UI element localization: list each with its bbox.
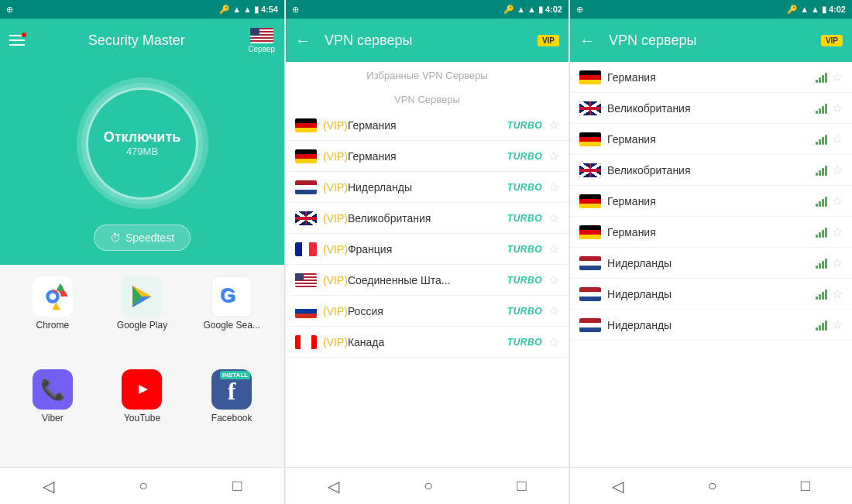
r-country-8: Нидерланды bbox=[607, 288, 816, 300]
r-server-4[interactable]: Великобритания ☆ bbox=[570, 155, 852, 186]
server-item-7[interactable]: (VIP)Россия TURBO ☆ bbox=[286, 296, 569, 327]
r-star-1[interactable]: ☆ bbox=[832, 70, 843, 84]
key-icon-mid: 🔑 bbox=[503, 5, 514, 15]
menu-button[interactable] bbox=[9, 35, 25, 46]
r-signal-4 bbox=[816, 165, 827, 176]
turbo-7: TURBO bbox=[507, 306, 542, 317]
vip-badge-right: VIP bbox=[821, 35, 843, 46]
star-3[interactable]: ☆ bbox=[548, 180, 559, 194]
r-server-6[interactable]: Германия ☆ bbox=[570, 217, 852, 248]
vpn-title-right: VPN серверы bbox=[609, 33, 813, 49]
server-item-4[interactable]: (VIP)Великобритания TURBO ☆ bbox=[286, 203, 569, 234]
app-chrome[interactable]: Chrome bbox=[12, 276, 94, 362]
r-flag-nl-1 bbox=[579, 256, 601, 270]
battery-icon-left: ▮ bbox=[254, 5, 259, 15]
home-button-right[interactable]: ○ bbox=[701, 471, 723, 501]
vpn-title-middle: VPN серверы bbox=[325, 33, 530, 49]
r-signal-1 bbox=[816, 72, 827, 83]
star-4[interactable]: ☆ bbox=[548, 211, 559, 225]
server-item-5[interactable]: (VIP)Франция TURBO ☆ bbox=[286, 234, 569, 265]
r-flag-de-4 bbox=[579, 225, 601, 239]
star-6[interactable]: ☆ bbox=[548, 273, 559, 287]
r-star-3[interactable]: ☆ bbox=[832, 132, 843, 146]
star-7[interactable]: ☆ bbox=[548, 303, 559, 318]
r-server-1[interactable]: Германия ☆ bbox=[570, 62, 852, 93]
country-2: (VIP)Германия bbox=[323, 150, 507, 163]
app-viber[interactable]: 📞 Viber bbox=[12, 369, 94, 455]
home-button-middle[interactable]: ○ bbox=[417, 471, 439, 501]
r-signal-7 bbox=[816, 258, 827, 269]
server-item-3[interactable]: (VIP)Нидерланды TURBO ☆ bbox=[286, 172, 569, 203]
r-server-3[interactable]: Германия ☆ bbox=[570, 124, 852, 155]
vpn-circle-inner[interactable]: Отключить 479MB bbox=[86, 87, 198, 200]
status-bar-left: ⊕ 🔑 ▲ ▲ ▮ 4:54 bbox=[0, 0, 284, 19]
r-star-7[interactable]: ☆ bbox=[832, 255, 843, 270]
signal-icon-left: ▲ bbox=[243, 5, 252, 14]
r-server-5[interactable]: Германия ☆ bbox=[570, 186, 852, 217]
speedtest-button[interactable]: ⏱ Speedtest bbox=[94, 225, 191, 251]
r-star-5[interactable]: ☆ bbox=[832, 194, 843, 208]
app-facebook[interactable]: f INSTALL Facebook bbox=[191, 369, 273, 455]
home-button-left[interactable]: ○ bbox=[132, 471, 154, 501]
r-flag-gb-1 bbox=[579, 101, 601, 115]
disconnect-label: Отключить bbox=[104, 129, 181, 146]
r-signal-3 bbox=[816, 134, 827, 145]
country-4: (VIP)Великобритания bbox=[323, 212, 507, 225]
r-star-4[interactable]: ☆ bbox=[832, 163, 843, 177]
server-item-6[interactable]: (VIP)Соединенные Шта... TURBO ☆ bbox=[286, 265, 569, 296]
r-country-9: Нидерланды bbox=[607, 319, 816, 331]
app-google-search[interactable]: G G G Google Sea... bbox=[191, 276, 273, 362]
back-arrow-middle[interactable]: ← bbox=[295, 32, 311, 50]
vpn-header-middle: ← VPN серверы VIP bbox=[286, 19, 569, 62]
r-country-5: Германия bbox=[607, 195, 816, 207]
star-5[interactable]: ☆ bbox=[548, 242, 559, 256]
turbo-5: TURBO bbox=[507, 244, 542, 255]
status-bar-middle: ⊕ 🔑 ▲ ▲ ▮ 4:02 bbox=[286, 0, 569, 19]
r-server-2[interactable]: Великобритания ☆ bbox=[570, 93, 852, 124]
r-signal-9 bbox=[816, 320, 827, 331]
app-google-play[interactable]: Google Play bbox=[101, 276, 184, 362]
back-arrow-right[interactable]: ← bbox=[579, 32, 595, 50]
vpn-list-middle: Избранные VPN Серверы VPN Серверы (VIP)Г… bbox=[286, 62, 569, 467]
r-flag-gb-2 bbox=[579, 163, 601, 177]
server-flag[interactable]: Сервер bbox=[248, 28, 275, 53]
r-star-6[interactable]: ☆ bbox=[832, 225, 843, 239]
notification-icon: ⊕ bbox=[6, 5, 13, 15]
main-content-left: Отключить 479MB ⏱ Speedtest bbox=[0, 62, 284, 265]
r-star-8[interactable]: ☆ bbox=[832, 286, 843, 301]
recents-button-left[interactable]: □ bbox=[226, 471, 248, 501]
star-8[interactable]: ☆ bbox=[548, 334, 559, 349]
turbo-2: TURBO bbox=[507, 151, 542, 162]
viber-icon: 📞 bbox=[33, 369, 73, 410]
bottom-nav-middle: ◁ ○ □ bbox=[286, 467, 569, 504]
star-1[interactable]: ☆ bbox=[548, 118, 559, 132]
back-button-left[interactable]: ◁ bbox=[36, 471, 60, 502]
back-button-middle[interactable]: ◁ bbox=[321, 471, 345, 502]
back-button-right[interactable]: ◁ bbox=[606, 471, 630, 502]
star-2[interactable]: ☆ bbox=[548, 149, 559, 163]
app-youtube[interactable]: YouTube bbox=[101, 369, 184, 455]
r-signal-5 bbox=[816, 196, 827, 207]
r-server-9[interactable]: Нидерланды ☆ bbox=[570, 310, 852, 341]
country-5: (VIP)Франция bbox=[323, 243, 507, 255]
r-server-7[interactable]: Нидерланды ☆ bbox=[570, 248, 852, 279]
vpn-circle-outer[interactable]: Отключить 479MB bbox=[77, 77, 208, 209]
battery-mid: ▮ bbox=[538, 5, 543, 15]
server-item-2[interactable]: (VIP)Германия TURBO ☆ bbox=[286, 141, 569, 172]
r-server-8[interactable]: Нидерланды ☆ bbox=[570, 279, 852, 310]
vpn-list-right: Германия ☆ Великобритания ☆ Германия bbox=[570, 62, 852, 467]
server-item-8[interactable]: (VIP)Канада TURBO ☆ bbox=[286, 327, 569, 358]
r-star-9[interactable]: ☆ bbox=[832, 317, 843, 332]
google-search-icon: G G G bbox=[211, 276, 252, 317]
r-country-3: Германия bbox=[607, 133, 816, 146]
facebook-label: Facebook bbox=[211, 413, 253, 423]
section-servers: VPN Серверы bbox=[286, 86, 569, 110]
google-search-label: Google Sea... bbox=[203, 320, 259, 331]
r-flag-de-1 bbox=[579, 70, 601, 84]
signal-right: ▲ bbox=[811, 5, 819, 14]
recents-button-right[interactable]: □ bbox=[795, 471, 816, 501]
r-star-2[interactable]: ☆ bbox=[832, 101, 843, 115]
server-item-1[interactable]: (VIP)Германия TURBO ☆ bbox=[286, 110, 569, 141]
recents-button-middle[interactable]: □ bbox=[511, 471, 533, 501]
r-flag-nl-3 bbox=[579, 318, 601, 332]
